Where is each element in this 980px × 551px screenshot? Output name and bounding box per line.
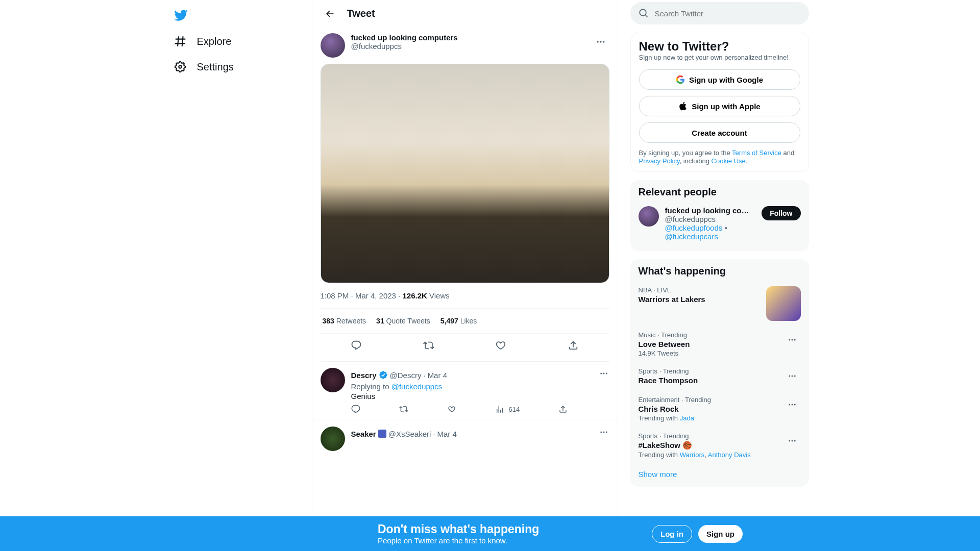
retweet-icon	[399, 405, 408, 414]
likes-stat[interactable]: 5,497 Likes	[440, 317, 477, 325]
nav-explore[interactable]: Explore	[167, 29, 238, 54]
reply-author-name[interactable]: Seaker	[351, 430, 376, 438]
tos-link[interactable]: Terms of Service	[732, 149, 781, 157]
quotes-stat[interactable]: 31 Quote Tweets	[376, 317, 430, 325]
reply-retweet-button[interactable]	[399, 405, 408, 414]
reply-like-button[interactable]	[447, 405, 456, 414]
privacy-link[interactable]: Privacy Policy	[639, 157, 680, 165]
more-icon	[788, 400, 797, 409]
reply-author-name[interactable]: Descry	[351, 371, 377, 380]
reply-reply-button[interactable]	[351, 405, 360, 414]
svg-point-12	[789, 375, 790, 377]
search-bar[interactable]	[630, 2, 809, 24]
google-icon	[676, 75, 685, 84]
trend-item[interactable]: Music · Trending Love Between 14.9K Twee…	[639, 326, 801, 362]
follow-button[interactable]: Follow	[762, 206, 800, 220]
reply-avatar[interactable]	[321, 368, 345, 392]
signup-desc: Sign up now to get your own personalized…	[639, 54, 800, 61]
signup-google-button[interactable]: Sign up with Google	[639, 69, 800, 90]
cookie-link[interactable]: Cookie Use.	[712, 157, 748, 165]
share-button[interactable]	[564, 336, 583, 355]
tweet-timestamp[interactable]: 1:08 PM · Mar 4, 2023 · 126.2K Views	[321, 283, 609, 308]
gear-icon	[174, 60, 187, 73]
svg-point-18	[789, 440, 790, 442]
page-title: Tweet	[347, 8, 375, 19]
reply-date[interactable]: Mar 4	[437, 430, 456, 438]
retweet-button[interactable]	[419, 336, 438, 355]
tweet-more-button[interactable]	[592, 33, 609, 51]
signup-banner: Don't miss what's happening People on Tw…	[0, 516, 980, 551]
like-button[interactable]	[491, 336, 510, 355]
svg-point-11	[794, 339, 795, 341]
share-icon	[568, 340, 579, 351]
show-more-link[interactable]: Show more	[639, 464, 801, 481]
svg-point-7	[603, 432, 604, 433]
svg-point-14	[794, 375, 795, 377]
back-button[interactable]	[321, 5, 339, 23]
trend-item[interactable]: Sports · Trending #LakeShow 🏀 Trending w…	[639, 427, 801, 464]
reply-item[interactable]: Descry @Descry · Mar 4 Replying to @fuck…	[312, 362, 618, 420]
trend-link[interactable]: Anthony Davis	[708, 451, 751, 459]
more-icon	[788, 371, 797, 381]
relevant-person[interactable]: fucked up looking co… @fuckeduppcs @fuck…	[639, 202, 801, 245]
create-account-button[interactable]: Create account	[639, 122, 800, 143]
search-input[interactable]	[655, 9, 801, 18]
twitter-logo[interactable]	[167, 2, 194, 29]
reply-icon	[351, 405, 360, 414]
retweets-stat[interactable]: 383 Retweets	[323, 317, 366, 325]
related-link[interactable]: @fuckedupfoods	[665, 223, 723, 232]
analytics-icon	[495, 405, 504, 414]
trend-item[interactable]: Entertainment · Trending Chris Rock Tren…	[639, 391, 801, 427]
reply-button[interactable]	[347, 336, 366, 355]
reply-more-button[interactable]	[595, 423, 612, 441]
trend-more-button[interactable]	[783, 367, 801, 385]
tweet-image[interactable]	[321, 64, 609, 283]
trend-link[interactable]: Warriors	[680, 451, 705, 459]
nav-settings-label: Settings	[197, 61, 234, 73]
share-icon	[558, 405, 568, 414]
svg-point-10	[791, 339, 793, 341]
signup-button[interactable]: Sign up	[698, 525, 743, 543]
more-icon	[599, 369, 608, 378]
relevant-people-card: Relevant people fucked up looking co… @f…	[630, 180, 809, 251]
author-handle[interactable]: @fuckeduppcs	[351, 42, 592, 51]
retweet-icon	[423, 340, 434, 351]
svg-point-8	[605, 432, 607, 433]
login-button[interactable]: Log in	[652, 525, 692, 543]
reply-date[interactable]: Mar 4	[428, 371, 447, 380]
reply-share-button[interactable]	[558, 405, 568, 414]
person-handle[interactable]: @fuckeduppcs	[665, 215, 762, 223]
reply-handle[interactable]: @XsSeakeri	[388, 430, 431, 438]
trend-link[interactable]: Jada	[680, 414, 694, 422]
reply-more-button[interactable]	[595, 365, 612, 382]
person-avatar[interactable]	[639, 206, 659, 227]
svg-point-6	[600, 432, 602, 433]
author-avatar[interactable]	[321, 33, 345, 58]
arrow-left-icon	[325, 9, 335, 19]
heart-icon	[495, 340, 506, 351]
trend-more-button[interactable]	[783, 432, 801, 449]
trend-thumbnail	[766, 286, 801, 321]
reply-views-button[interactable]: 614	[495, 405, 520, 414]
nav-settings[interactable]: Settings	[167, 54, 240, 80]
reply-handle[interactable]: @Descry	[390, 371, 422, 380]
reply-item[interactable]: Seaker @XsSeakeri · Mar 4	[312, 420, 618, 457]
author-name[interactable]: fucked up looking computers	[351, 33, 592, 42]
badge-icon	[378, 430, 386, 438]
svg-point-16	[791, 404, 793, 406]
more-icon	[596, 37, 606, 47]
svg-point-4	[603, 373, 604, 374]
svg-point-1	[600, 41, 601, 42]
trend-more-button[interactable]	[783, 396, 801, 413]
person-name[interactable]: fucked up looking co…	[665, 206, 762, 215]
verified-icon	[379, 370, 388, 380]
page-header: Tweet	[312, 0, 618, 27]
reply-avatar[interactable]	[321, 427, 345, 451]
signup-apple-button[interactable]: Sign up with Apple	[639, 96, 800, 116]
replying-to-link[interactable]: @fuckeduppcs	[391, 382, 442, 391]
trend-item[interactable]: NBA · LIVE Warriors at Lakers	[639, 281, 801, 326]
trend-more-button[interactable]	[783, 331, 801, 348]
related-link[interactable]: @fuckedupcars	[665, 232, 718, 241]
reply-text: Genius	[351, 392, 609, 400]
trend-item[interactable]: Sports · Trending Race Thompson	[639, 362, 801, 391]
